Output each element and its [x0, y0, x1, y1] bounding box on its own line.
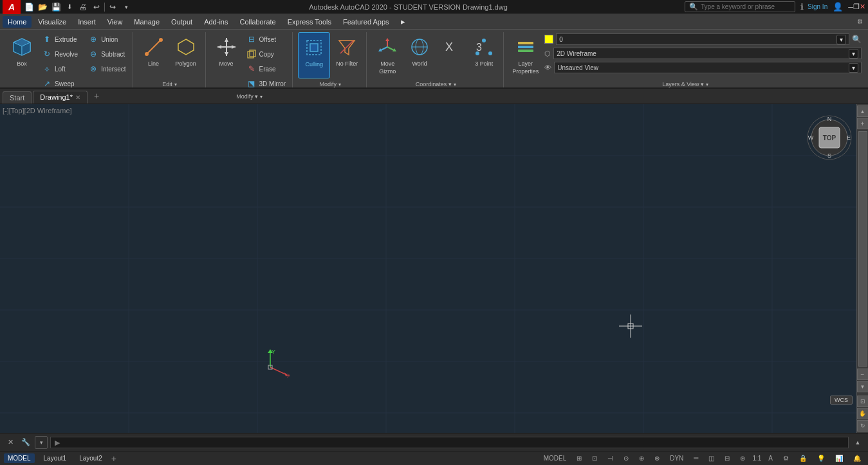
- view-name-dropdown[interactable]: Unsaved View ▾: [554, 62, 862, 73]
- qa-save[interactable]: 💾: [50, 1, 62, 13]
- info-icon[interactable]: ℹ: [800, 2, 804, 12]
- cmd-scrollup-btn[interactable]: ▲: [851, 436, 864, 449]
- qa-saveas[interactable]: ⬇: [64, 1, 75, 13]
- zoom-in-btn[interactable]: +: [857, 118, 869, 129]
- ribbon-btn-copy[interactable]: Copy: [243, 47, 289, 61]
- tab-start[interactable]: Start: [3, 91, 32, 104]
- otrack-btn[interactable]: ⊗: [651, 453, 663, 463]
- menu-output[interactable]: Output: [166, 16, 198, 28]
- grid-btn[interactable]: ⊞: [573, 453, 585, 463]
- graphics-perf-btn[interactable]: 📊: [832, 453, 846, 463]
- ribbon-btn-line[interactable]: Line: [138, 32, 169, 78]
- ribbon-btn-intersect[interactable]: ⊗ Intersect: [85, 62, 128, 76]
- ribbon-btn-culling[interactable]: Culling: [298, 32, 330, 78]
- ribbon-btn-polygon[interactable]: Polygon: [171, 32, 201, 78]
- search-input[interactable]: [701, 3, 791, 10]
- tab-layout2[interactable]: Layout2: [75, 453, 106, 463]
- ribbon-btn-movegizmo[interactable]: MoveGizmo: [372, 32, 403, 78]
- qa-open[interactable]: 📂: [37, 1, 48, 13]
- tab-model[interactable]: MODEL: [4, 453, 35, 463]
- edit-group-label[interactable]: Edit: [162, 80, 177, 89]
- menu-addins[interactable]: Add-ins: [199, 16, 233, 28]
- workspace-btn[interactable]: ⚙: [780, 453, 792, 463]
- 3d-obj-snap-btn[interactable]: ⊛: [737, 453, 748, 463]
- ribbon-btn-sweep[interactable]: ↗ Sweep: [39, 77, 84, 91]
- qa-redo[interactable]: ↪: [107, 1, 118, 13]
- ribbon-btn-extrude[interactable]: ⬆ Extrude: [39, 32, 84, 46]
- ribbon-btn-revolve[interactable]: ↻ Revolve: [39, 47, 84, 61]
- annotation-scale-btn[interactable]: A: [765, 453, 776, 463]
- command-input[interactable]: [50, 437, 849, 448]
- osnap-btn[interactable]: ⊕: [636, 453, 647, 463]
- cmd-wrench-btn[interactable]: 🔧: [19, 436, 32, 449]
- tab-add[interactable]: +: [89, 88, 104, 104]
- scroll-up-btn[interactable]: ▲: [857, 105, 869, 117]
- snap-btn[interactable]: ⊡: [589, 453, 600, 463]
- sign-in-btn[interactable]: Sign In: [808, 3, 827, 10]
- scroll-handle[interactable]: [858, 131, 867, 367]
- layer-name-dropdown[interactable]: 0 ▾: [556, 33, 849, 45]
- ribbon-btn-loft[interactable]: ⟡ Loft: [39, 62, 84, 76]
- acad-logo[interactable]: A: [3, 0, 21, 14]
- menu-featured[interactable]: Featured Apps: [338, 16, 394, 28]
- tab-layout1[interactable]: Layout1: [40, 453, 71, 463]
- menu-insert[interactable]: Insert: [73, 16, 101, 28]
- menu-more[interactable]: ▸: [396, 15, 411, 28]
- qa-print[interactable]: 🖨: [77, 1, 89, 13]
- cmd-close-btn[interactable]: ✕: [4, 436, 17, 449]
- ribbon-options[interactable]: ⚙: [854, 16, 865, 28]
- layer-search-icon[interactable]: 🔍: [852, 35, 862, 44]
- qa-undo[interactable]: ↩: [91, 1, 102, 13]
- wcs-label[interactable]: WCS: [830, 396, 853, 405]
- tab-drawing1[interactable]: Drawing1* ✕: [33, 91, 88, 104]
- transparency-btn[interactable]: ◫: [705, 453, 717, 463]
- notification-btn[interactable]: 🔔: [850, 453, 864, 463]
- ribbon-btn-nofilter[interactable]: No Filter: [331, 32, 362, 78]
- tab-add-layout[interactable]: +: [111, 453, 116, 464]
- dynin-btn[interactable]: DYN: [667, 453, 687, 463]
- pan-btn[interactable]: ✋: [857, 408, 869, 419]
- menu-home[interactable]: Home: [3, 16, 32, 28]
- title-minimize[interactable]: ─: [848, 3, 853, 11]
- ortho-btn[interactable]: ⊣: [604, 453, 616, 463]
- coordinates-group-label[interactable]: Coordinates ▾: [416, 80, 456, 89]
- isolate-objects-btn[interactable]: 💡: [814, 453, 828, 463]
- ribbon-btn-box[interactable]: Box: [6, 32, 37, 78]
- scroll-down-btn[interactable]: ▼: [857, 381, 869, 392]
- lineweight-btn[interactable]: ═: [690, 453, 701, 463]
- ribbon-btn-union[interactable]: ⊕ Union: [85, 32, 128, 46]
- orbit-btn[interactable]: ↻: [857, 420, 869, 432]
- lock-ui-btn[interactable]: 🔒: [796, 453, 810, 463]
- selection-group-label[interactable]: Modify: [319, 80, 341, 89]
- polar-btn[interactable]: ⊙: [620, 453, 632, 463]
- ribbon-btn-offset[interactable]: ⊟ Offset: [243, 32, 289, 46]
- menu-manage[interactable]: Manage: [129, 16, 165, 28]
- cmd-dropdown-btn[interactable]: ▾: [35, 436, 48, 449]
- account-icon[interactable]: 👤: [833, 2, 843, 12]
- qa-new[interactable]: 📄: [23, 1, 35, 13]
- menu-view[interactable]: View: [102, 16, 128, 28]
- ribbon-btn-subtract[interactable]: ⊖ Subtract: [85, 47, 128, 61]
- zoom-extents-btn[interactable]: ⊡: [857, 396, 869, 407]
- ribbon-btn-3dmirror[interactable]: ⬔ 3D Mirror: [243, 77, 289, 91]
- model-indicator[interactable]: MODEL: [540, 453, 570, 463]
- ribbon-btn-move[interactable]: Move: [211, 32, 242, 78]
- ribbon-btn-world[interactable]: World: [404, 32, 435, 78]
- ribbon-btn-x[interactable]: X: [436, 32, 467, 78]
- menu-collaborate[interactable]: Collaborate: [234, 16, 281, 28]
- zoom-out-btn[interactable]: −: [857, 369, 869, 380]
- selection-cycling-btn[interactable]: ⊟: [721, 453, 733, 463]
- canvas-area[interactable]: [-][Top][2D Wireframe] X Y: [0, 104, 868, 433]
- menu-visualize[interactable]: Visualize: [33, 16, 71, 28]
- ribbon-btn-3point[interactable]: 3 3 Point: [468, 32, 499, 78]
- ribbon-btn-layer-properties[interactable]: LayerProperties: [509, 32, 542, 78]
- layers-group-label[interactable]: Layers & View ▾: [662, 80, 708, 89]
- layer-color-swatch[interactable]: [544, 35, 553, 44]
- ribbon-btn-erase[interactable]: ✎ Erase: [243, 62, 289, 76]
- viewport-label[interactable]: [-][Top][2D Wireframe]: [3, 107, 72, 114]
- draw-group-label[interactable]: Modify ▾: [236, 92, 263, 101]
- menu-express[interactable]: Express Tools: [282, 16, 337, 28]
- title-close[interactable]: ✕: [860, 3, 865, 11]
- tab-drawing1-close[interactable]: ✕: [75, 94, 80, 101]
- qa-dropdown[interactable]: ▾: [120, 1, 132, 13]
